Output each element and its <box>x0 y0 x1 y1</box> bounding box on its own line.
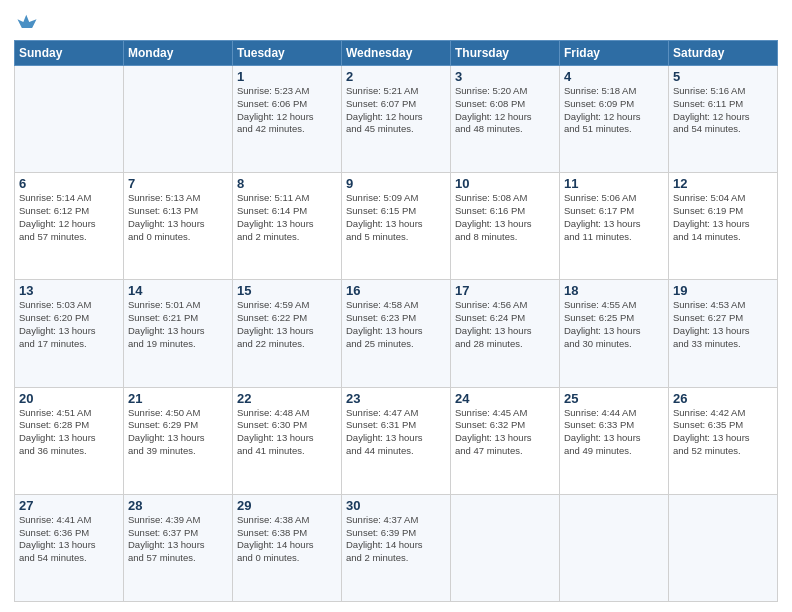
calendar-cell: 12Sunrise: 5:04 AM Sunset: 6:19 PM Dayli… <box>669 173 778 280</box>
calendar-cell: 23Sunrise: 4:47 AM Sunset: 6:31 PM Dayli… <box>342 387 451 494</box>
calendar-cell: 7Sunrise: 5:13 AM Sunset: 6:13 PM Daylig… <box>124 173 233 280</box>
day-number: 29 <box>237 498 337 513</box>
day-info: Sunrise: 5:08 AM Sunset: 6:16 PM Dayligh… <box>455 192 555 243</box>
calendar-week-row: 1Sunrise: 5:23 AM Sunset: 6:06 PM Daylig… <box>15 66 778 173</box>
calendar-cell: 14Sunrise: 5:01 AM Sunset: 6:21 PM Dayli… <box>124 280 233 387</box>
day-info: Sunrise: 5:18 AM Sunset: 6:09 PM Dayligh… <box>564 85 664 136</box>
day-info: Sunrise: 4:37 AM Sunset: 6:39 PM Dayligh… <box>346 514 446 565</box>
weekday-header: Thursday <box>451 41 560 66</box>
calendar-week-row: 20Sunrise: 4:51 AM Sunset: 6:28 PM Dayli… <box>15 387 778 494</box>
day-info: Sunrise: 4:38 AM Sunset: 6:38 PM Dayligh… <box>237 514 337 565</box>
calendar-cell: 27Sunrise: 4:41 AM Sunset: 6:36 PM Dayli… <box>15 494 124 601</box>
day-number: 30 <box>346 498 446 513</box>
day-number: 2 <box>346 69 446 84</box>
day-number: 26 <box>673 391 773 406</box>
calendar-cell: 26Sunrise: 4:42 AM Sunset: 6:35 PM Dayli… <box>669 387 778 494</box>
weekday-header: Sunday <box>15 41 124 66</box>
day-info: Sunrise: 4:50 AM Sunset: 6:29 PM Dayligh… <box>128 407 228 458</box>
calendar-table: SundayMondayTuesdayWednesdayThursdayFrid… <box>14 40 778 602</box>
calendar-cell <box>451 494 560 601</box>
day-number: 19 <box>673 283 773 298</box>
calendar-cell: 6Sunrise: 5:14 AM Sunset: 6:12 PM Daylig… <box>15 173 124 280</box>
calendar-header-row: SundayMondayTuesdayWednesdayThursdayFrid… <box>15 41 778 66</box>
day-number: 20 <box>19 391 119 406</box>
day-number: 25 <box>564 391 664 406</box>
calendar-cell: 28Sunrise: 4:39 AM Sunset: 6:37 PM Dayli… <box>124 494 233 601</box>
day-number: 24 <box>455 391 555 406</box>
logo-icon <box>16 10 38 32</box>
day-info: Sunrise: 5:06 AM Sunset: 6:17 PM Dayligh… <box>564 192 664 243</box>
calendar-cell: 16Sunrise: 4:58 AM Sunset: 6:23 PM Dayli… <box>342 280 451 387</box>
day-info: Sunrise: 4:39 AM Sunset: 6:37 PM Dayligh… <box>128 514 228 565</box>
day-number: 5 <box>673 69 773 84</box>
calendar-cell <box>560 494 669 601</box>
calendar-cell <box>124 66 233 173</box>
day-number: 27 <box>19 498 119 513</box>
calendar-cell: 9Sunrise: 5:09 AM Sunset: 6:15 PM Daylig… <box>342 173 451 280</box>
calendar-cell: 3Sunrise: 5:20 AM Sunset: 6:08 PM Daylig… <box>451 66 560 173</box>
day-number: 1 <box>237 69 337 84</box>
day-number: 13 <box>19 283 119 298</box>
calendar-cell <box>669 494 778 601</box>
day-number: 6 <box>19 176 119 191</box>
svg-marker-0 <box>17 15 36 28</box>
day-info: Sunrise: 4:51 AM Sunset: 6:28 PM Dayligh… <box>19 407 119 458</box>
calendar-cell: 15Sunrise: 4:59 AM Sunset: 6:22 PM Dayli… <box>233 280 342 387</box>
day-number: 22 <box>237 391 337 406</box>
day-number: 28 <box>128 498 228 513</box>
day-number: 12 <box>673 176 773 191</box>
calendar-cell: 13Sunrise: 5:03 AM Sunset: 6:20 PM Dayli… <box>15 280 124 387</box>
day-info: Sunrise: 4:59 AM Sunset: 6:22 PM Dayligh… <box>237 299 337 350</box>
header <box>14 10 778 32</box>
day-info: Sunrise: 5:20 AM Sunset: 6:08 PM Dayligh… <box>455 85 555 136</box>
day-number: 4 <box>564 69 664 84</box>
calendar-cell: 2Sunrise: 5:21 AM Sunset: 6:07 PM Daylig… <box>342 66 451 173</box>
day-info: Sunrise: 5:03 AM Sunset: 6:20 PM Dayligh… <box>19 299 119 350</box>
calendar-cell: 22Sunrise: 4:48 AM Sunset: 6:30 PM Dayli… <box>233 387 342 494</box>
calendar-cell: 25Sunrise: 4:44 AM Sunset: 6:33 PM Dayli… <box>560 387 669 494</box>
day-info: Sunrise: 5:04 AM Sunset: 6:19 PM Dayligh… <box>673 192 773 243</box>
day-number: 7 <box>128 176 228 191</box>
day-info: Sunrise: 5:11 AM Sunset: 6:14 PM Dayligh… <box>237 192 337 243</box>
day-info: Sunrise: 5:14 AM Sunset: 6:12 PM Dayligh… <box>19 192 119 243</box>
day-info: Sunrise: 5:21 AM Sunset: 6:07 PM Dayligh… <box>346 85 446 136</box>
calendar-cell: 29Sunrise: 4:38 AM Sunset: 6:38 PM Dayli… <box>233 494 342 601</box>
day-info: Sunrise: 5:01 AM Sunset: 6:21 PM Dayligh… <box>128 299 228 350</box>
day-number: 10 <box>455 176 555 191</box>
calendar-cell: 24Sunrise: 4:45 AM Sunset: 6:32 PM Dayli… <box>451 387 560 494</box>
day-info: Sunrise: 5:13 AM Sunset: 6:13 PM Dayligh… <box>128 192 228 243</box>
day-info: Sunrise: 4:48 AM Sunset: 6:30 PM Dayligh… <box>237 407 337 458</box>
weekday-header: Friday <box>560 41 669 66</box>
calendar-cell: 8Sunrise: 5:11 AM Sunset: 6:14 PM Daylig… <box>233 173 342 280</box>
calendar-cell: 19Sunrise: 4:53 AM Sunset: 6:27 PM Dayli… <box>669 280 778 387</box>
day-number: 14 <box>128 283 228 298</box>
day-info: Sunrise: 4:45 AM Sunset: 6:32 PM Dayligh… <box>455 407 555 458</box>
logo <box>14 10 38 32</box>
weekday-header: Monday <box>124 41 233 66</box>
page: SundayMondayTuesdayWednesdayThursdayFrid… <box>0 0 792 612</box>
weekday-header: Tuesday <box>233 41 342 66</box>
day-number: 18 <box>564 283 664 298</box>
day-number: 21 <box>128 391 228 406</box>
calendar-week-row: 27Sunrise: 4:41 AM Sunset: 6:36 PM Dayli… <box>15 494 778 601</box>
day-number: 17 <box>455 283 555 298</box>
day-number: 16 <box>346 283 446 298</box>
day-number: 8 <box>237 176 337 191</box>
calendar-week-row: 13Sunrise: 5:03 AM Sunset: 6:20 PM Dayli… <box>15 280 778 387</box>
day-info: Sunrise: 4:42 AM Sunset: 6:35 PM Dayligh… <box>673 407 773 458</box>
day-info: Sunrise: 4:44 AM Sunset: 6:33 PM Dayligh… <box>564 407 664 458</box>
calendar-week-row: 6Sunrise: 5:14 AM Sunset: 6:12 PM Daylig… <box>15 173 778 280</box>
day-info: Sunrise: 4:58 AM Sunset: 6:23 PM Dayligh… <box>346 299 446 350</box>
day-number: 23 <box>346 391 446 406</box>
calendar-cell: 5Sunrise: 5:16 AM Sunset: 6:11 PM Daylig… <box>669 66 778 173</box>
day-info: Sunrise: 5:09 AM Sunset: 6:15 PM Dayligh… <box>346 192 446 243</box>
day-info: Sunrise: 4:53 AM Sunset: 6:27 PM Dayligh… <box>673 299 773 350</box>
day-info: Sunrise: 4:47 AM Sunset: 6:31 PM Dayligh… <box>346 407 446 458</box>
day-info: Sunrise: 4:41 AM Sunset: 6:36 PM Dayligh… <box>19 514 119 565</box>
day-number: 11 <box>564 176 664 191</box>
weekday-header: Saturday <box>669 41 778 66</box>
calendar-cell <box>15 66 124 173</box>
calendar-cell: 30Sunrise: 4:37 AM Sunset: 6:39 PM Dayli… <box>342 494 451 601</box>
day-info: Sunrise: 5:23 AM Sunset: 6:06 PM Dayligh… <box>237 85 337 136</box>
calendar-cell: 1Sunrise: 5:23 AM Sunset: 6:06 PM Daylig… <box>233 66 342 173</box>
